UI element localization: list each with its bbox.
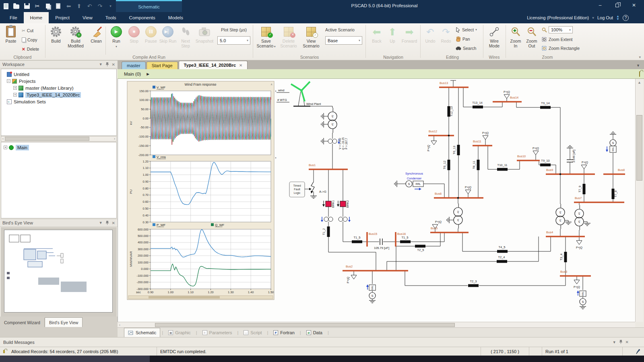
zoom-level-combobox[interactable]: 100%▾ xyxy=(549,26,573,33)
tline-T2_5[interactable] xyxy=(415,245,425,248)
tree-item-untitled[interactable]: Untitled xyxy=(1,71,116,78)
menu-tools[interactable]: Tools xyxy=(99,12,123,23)
pan-button[interactable]: Pan xyxy=(456,35,470,43)
delete-button[interactable]: ✕Delete xyxy=(22,45,39,53)
tree-item-projects[interactable]: − Projects xyxy=(1,78,116,84)
zoom-rectangle-button[interactable]: Zoom Rectangle xyxy=(542,44,580,52)
licensing-caret-icon[interactable]: ˅ xyxy=(592,16,594,20)
view-tab-parameters[interactable]: ≡Parameters xyxy=(199,329,236,336)
tline-T1_2[interactable] xyxy=(327,226,330,237)
tline-T7_9[interactable] xyxy=(583,184,586,194)
pause-button[interactable]: Pause xyxy=(142,25,160,44)
breaker-BRK1[interactable] xyxy=(326,201,331,207)
close-panel-icon[interactable]: ✕ xyxy=(112,221,115,225)
view-tab-data[interactable]: dData xyxy=(303,329,326,336)
menu-components[interactable]: Components xyxy=(123,12,162,23)
vscroll-thumb[interactable] xyxy=(636,115,642,181)
pin-icon[interactable] xyxy=(105,220,109,226)
menu-home[interactable]: Home xyxy=(24,12,49,23)
breadcrumb-main[interactable]: Main (0) xyxy=(124,72,141,76)
up-icon[interactable]: ⬆ xyxy=(76,3,83,10)
restore-button[interactable] xyxy=(609,0,625,10)
close-panel-icon[interactable]: ✕ xyxy=(112,62,115,67)
tline-T2_4[interactable] xyxy=(497,260,507,263)
menu-models[interactable]: Models xyxy=(162,12,190,23)
tree-item-type3-project[interactable]: + Type3_IEEE_14_2020Brc xyxy=(1,91,116,98)
view-tab-graphic[interactable]: ▣Graphic xyxy=(165,329,194,336)
menu-project[interactable]: Project xyxy=(49,12,76,23)
canvas-hscrollbar[interactable]: ‹ xyxy=(118,322,635,327)
tline-T6_11[interactable] xyxy=(477,160,480,170)
nav-up-button[interactable]: ⬆ Up xyxy=(386,25,399,44)
view-scenario-button[interactable]: ⌕ View Scenario xyxy=(300,25,322,48)
view-tab-fortran[interactable]: FFortran xyxy=(270,329,298,336)
schematic-canvas[interactable]: Wind Fram response∧150.00100.0050.000.00… xyxy=(118,79,635,322)
zoom-extent-button[interactable]: Zoom Extent xyxy=(542,35,573,43)
tab-component-wizard[interactable]: Component Wizard xyxy=(0,318,45,327)
tline-T1_5[interactable] xyxy=(400,241,411,243)
active-scenario-combobox[interactable]: Base▾ xyxy=(325,36,362,45)
qat-dropdown-icon[interactable]: ▾ xyxy=(107,3,114,10)
clean-button[interactable]: Clean xyxy=(87,25,105,44)
skip-run-button[interactable]: ▶▏ Skip Run xyxy=(159,25,177,44)
meter[interactable] xyxy=(339,217,343,222)
panel-dropdown-icon[interactable]: ▼ xyxy=(613,340,616,344)
save-scenario-button[interactable]: ✓ Save Scenario ▾ xyxy=(255,25,277,49)
tline-T13_14[interactable] xyxy=(473,106,483,109)
breadcrumb-expand-icon[interactable]: ▶ xyxy=(147,72,149,76)
birdseye-thumbnail[interactable] xyxy=(4,230,113,313)
tline-T10_11[interactable] xyxy=(497,168,508,171)
open-folder-icon[interactable] xyxy=(13,3,20,10)
logout-button[interactable]: Log Out xyxy=(597,15,613,20)
scroll-up-icon[interactable]: ▲ xyxy=(636,80,643,84)
collapse-icon[interactable]: − xyxy=(7,79,10,83)
expand-icon[interactable]: + xyxy=(13,93,17,97)
plot-scrollbar-thumb[interactable] xyxy=(149,296,220,298)
redo-button[interactable]: ↷ Redo xyxy=(439,25,453,44)
meter[interactable] xyxy=(324,217,328,222)
copy-button[interactable]: Copy xyxy=(22,36,37,44)
tline-T1_5[interactable] xyxy=(352,241,362,243)
tline-T4_5[interactable] xyxy=(497,250,508,253)
ribbon-collapse-icon[interactable]: ▾ xyxy=(639,55,641,59)
menu-view[interactable]: View xyxy=(76,12,99,23)
tline-T6_12[interactable] xyxy=(448,160,450,170)
close-button[interactable]: ✕ xyxy=(625,0,642,10)
paste-button[interactable]: Paste xyxy=(2,25,20,44)
panel-dropdown-icon[interactable]: ▼ xyxy=(99,221,103,225)
undo-button[interactable]: ↶ Undo xyxy=(423,25,438,44)
tline-T9_10[interactable] xyxy=(540,164,551,167)
save-icon[interactable] xyxy=(23,3,30,10)
canvas-vscrollbar[interactable]: ▲ xyxy=(635,79,643,322)
new-file-icon[interactable] xyxy=(2,3,9,10)
tab-birds-eye-view[interactable]: Bird's Eye View xyxy=(45,317,83,327)
scroll-left-icon[interactable]: ‹ xyxy=(118,323,122,327)
pin-icon[interactable] xyxy=(105,62,109,67)
build-messages-label[interactable]: Build Messages xyxy=(3,340,35,345)
build-button[interactable]: Build xyxy=(47,25,65,44)
help-icon[interactable]: ? xyxy=(623,15,629,21)
pin-icon[interactable] xyxy=(619,339,623,345)
zoom-out-button[interactable]: Zoom Out xyxy=(524,25,539,48)
select-button[interactable]: Select▾ xyxy=(456,26,477,34)
run-button[interactable]: ▶ Run▾ xyxy=(107,25,126,49)
context-tab-schematic[interactable]: Schematic xyxy=(116,0,182,12)
plot-step-combobox[interactable]: 5.0▾ xyxy=(217,36,250,45)
paste-icon[interactable] xyxy=(55,3,62,10)
copy-icon[interactable] xyxy=(44,3,51,10)
tab-type3-project[interactable]: Type3_IEEE_14_2020Brc✕ xyxy=(179,61,248,69)
workspace-hscrollbar[interactable]: ‹› xyxy=(1,136,117,142)
tree-item-master-library[interactable]: + master (Master Library) xyxy=(1,84,116,91)
close-panel-icon[interactable]: ✕ xyxy=(625,340,629,344)
expand-icon[interactable]: + xyxy=(4,146,7,149)
zoom-in-button[interactable]: Zoom In xyxy=(508,25,523,48)
panel-dropdown-icon[interactable]: ▼ xyxy=(99,62,103,66)
wind-turbine[interactable] xyxy=(300,89,303,92)
cut-button[interactable]: ✂Cut xyxy=(22,27,33,35)
minimize-button[interactable]: – xyxy=(592,0,609,10)
close-tab-icon[interactable]: ✕ xyxy=(239,63,242,68)
birdseye-panel[interactable] xyxy=(1,227,117,317)
hscroll-thumb[interactable] xyxy=(155,323,455,327)
snapshot-button[interactable]: Snapshot xyxy=(194,25,215,44)
back-icon[interactable]: ⬅ xyxy=(65,3,72,10)
